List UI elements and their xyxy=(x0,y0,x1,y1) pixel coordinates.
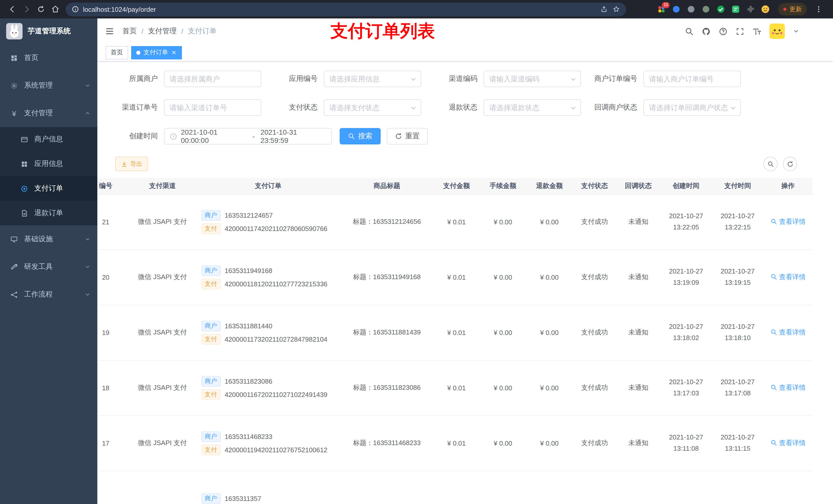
url-text[interactable]: localhost:1024/pay/order xyxy=(83,5,596,13)
extension-gray-icon[interactable] xyxy=(686,4,696,14)
sidebar-item-payment[interactable]: ¥ 支付管理 xyxy=(0,99,97,127)
github-icon[interactable] xyxy=(702,27,711,35)
date-range-start[interactable]: 2021-10-01 00:00:00 xyxy=(181,128,247,144)
app-id-filter-select[interactable] xyxy=(324,71,421,87)
pay-status-select[interactable] xyxy=(324,99,421,116)
refund-status-select[interactable] xyxy=(484,99,581,116)
wrench-icon xyxy=(10,263,18,271)
tab-home[interactable]: 首页 xyxy=(105,46,128,59)
chevron-down-icon xyxy=(410,76,417,83)
cell-fee: ¥ 0.00 xyxy=(480,194,526,249)
export-button[interactable]: 导出 xyxy=(115,157,148,171)
sidebar-item-app-info[interactable]: 应用信息 xyxy=(0,152,97,176)
yen-icon: ¥ xyxy=(10,110,18,117)
merchant-order-no-field[interactable] xyxy=(649,75,735,83)
table-row: 18 微信 JSAPI 支付 商户 1635311823086 支付 xyxy=(98,360,812,415)
filter-label: 商户订单编号 xyxy=(587,74,643,83)
filter-app-id: 应用编号 xyxy=(267,71,427,87)
extension-blue-icon[interactable] xyxy=(671,4,681,14)
breadcrumb-home[interactable]: 首页 xyxy=(122,27,137,36)
browser-toolbar: localhost:1024/pay/order 10 更新 xyxy=(0,0,833,19)
fullscreen-icon[interactable] xyxy=(736,27,744,35)
search-button[interactable]: 搜索 xyxy=(340,128,381,144)
share-icon[interactable] xyxy=(600,6,608,13)
browser-home-button[interactable] xyxy=(48,2,63,16)
extension-green-check-icon[interactable] xyxy=(716,4,726,14)
chevron-down-icon[interactable] xyxy=(793,28,799,34)
browser-menu-icon[interactable] xyxy=(811,2,826,16)
sidebar-item-refund-order[interactable]: 退款订单 xyxy=(0,201,97,225)
filter-pay-status: 支付状态 xyxy=(267,99,427,116)
cell-channel: 微信 JSAPI 支付 xyxy=(129,360,196,415)
merchant-order-no-input[interactable] xyxy=(643,71,741,87)
merchant-filter-input[interactable] xyxy=(164,71,261,87)
extension-colorful-grid-icon[interactable]: 10 xyxy=(656,4,667,14)
merchant-order-no: 1635312124657 xyxy=(224,211,273,219)
user-avatar[interactable] xyxy=(769,24,785,39)
app-logo-image xyxy=(6,23,23,40)
bookmark-star-icon[interactable] xyxy=(613,6,620,13)
extension-green-square-icon[interactable] xyxy=(731,4,741,14)
profile-face-icon[interactable] xyxy=(760,4,770,14)
reset-button[interactable]: 重置 xyxy=(387,128,428,144)
sidebar-item-dev-tools[interactable]: 研发工具 xyxy=(0,253,97,281)
font-size-icon[interactable] xyxy=(753,27,761,35)
create-time-range-input[interactable]: 2021-10-01 00:00:00 - 2021-10-31 23:59:5… xyxy=(164,128,332,144)
refresh-table-button[interactable] xyxy=(783,157,797,171)
notify-status-select[interactable] xyxy=(643,99,741,116)
workflow-icon xyxy=(10,291,18,298)
hamburger-icon[interactable] xyxy=(97,26,118,36)
close-icon[interactable] xyxy=(171,50,177,55)
view-detail-link[interactable]: 查看详情 xyxy=(770,217,806,226)
tab-pay-order[interactable]: 支付订单 xyxy=(131,46,182,59)
site-info-icon[interactable] xyxy=(72,6,79,13)
app-title: 芋道管理系统 xyxy=(28,27,71,36)
channel-pay-no: 4200001174202110278060590766 xyxy=(224,224,327,232)
notify-status-field[interactable] xyxy=(649,103,735,112)
grid-icon xyxy=(21,160,28,168)
view-detail-link[interactable]: 查看详情 xyxy=(770,272,806,282)
cell-pay-status: 支付成功 xyxy=(572,194,616,249)
search-icon[interactable] xyxy=(685,27,694,35)
breadcrumb-pay-order: 支付订单 xyxy=(188,27,217,36)
merchant-filter-input-field[interactable] xyxy=(170,75,256,83)
date-range-end[interactable]: 2021-10-31 23:59:59 xyxy=(261,128,326,144)
extension-olive-icon[interactable] xyxy=(701,4,711,14)
sidebar-item-infrastructure[interactable]: 基础设施 xyxy=(0,225,97,253)
sidebar-item-system[interactable]: 系统管理 xyxy=(0,72,97,99)
channel-code-filter-field[interactable] xyxy=(489,75,575,83)
channel-order-no-field[interactable] xyxy=(170,103,256,112)
extension-puzzle-icon[interactable] xyxy=(745,4,756,14)
sidebar-item-pay-order[interactable]: 支付订单 xyxy=(0,176,97,201)
pay-status-field[interactable] xyxy=(329,103,415,112)
browser-update-button[interactable]: 更新 xyxy=(778,3,807,15)
question-icon[interactable] xyxy=(719,27,728,35)
sidebar-item-workflow[interactable]: 工作流程 xyxy=(0,281,97,308)
gear-icon xyxy=(10,82,18,89)
address-bar[interactable]: localhost:1024/pay/order xyxy=(66,2,626,16)
view-detail-link[interactable]: 查看详情 xyxy=(770,328,806,337)
sidebar-item-home[interactable]: 首页 xyxy=(0,44,97,72)
sidebar-item-merchant-info[interactable]: 商户信息 xyxy=(0,127,97,152)
clock-icon xyxy=(170,133,177,140)
app-logo[interactable]: 芋道管理系统 xyxy=(0,19,97,44)
channel-pay-no: 4200001173202110272847982104 xyxy=(224,335,327,343)
cell-refund: ¥ 0.00 xyxy=(526,360,572,415)
refund-status-field[interactable] xyxy=(489,103,575,112)
channel-order-no-input[interactable] xyxy=(164,99,261,116)
app-id-filter-field[interactable] xyxy=(329,75,415,83)
cell-title: 标题：1635311468233 xyxy=(340,415,433,471)
chevron-down-icon xyxy=(730,104,737,112)
browser-forward-button[interactable] xyxy=(20,2,34,16)
cell-pay-time: 2021-10-27 13:19:15 xyxy=(712,249,763,305)
toggle-search-button[interactable] xyxy=(763,157,778,171)
extensions-strip: 10 更新 xyxy=(656,2,828,16)
breadcrumb-pay-management[interactable]: 支付管理 xyxy=(148,27,177,36)
monitor-icon xyxy=(10,235,18,243)
channel-code-filter-select[interactable] xyxy=(484,71,581,87)
cell-notify-status: 未通知 xyxy=(616,360,660,415)
view-detail-link[interactable]: 查看详情 xyxy=(770,438,806,448)
view-detail-link[interactable]: 查看详情 xyxy=(770,383,806,392)
browser-back-button[interactable] xyxy=(5,2,20,16)
browser-reload-button[interactable] xyxy=(34,2,48,16)
